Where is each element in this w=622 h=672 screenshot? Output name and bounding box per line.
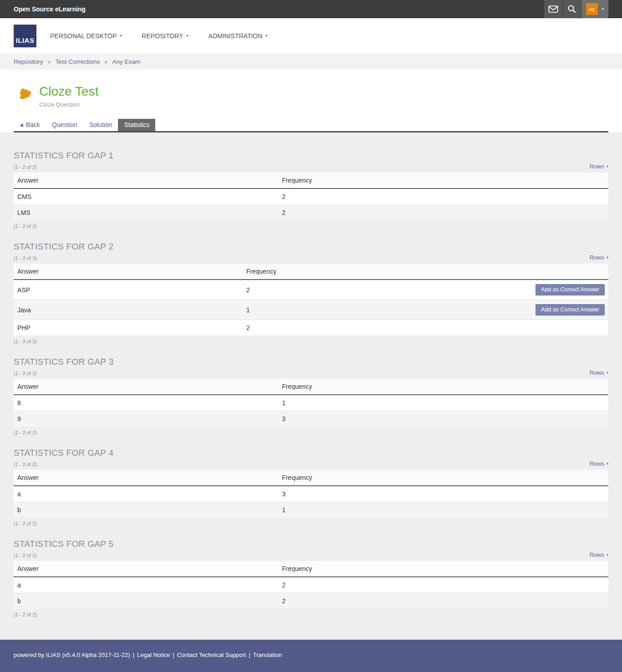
section-title: STATISTICS FOR GAP 2 [14, 242, 608, 252]
tab-question[interactable]: Question [46, 119, 83, 131]
frequency-column-header: Frequency [278, 379, 608, 395]
search-button[interactable] [562, 0, 581, 18]
answer-cell: LMS [14, 205, 278, 221]
breadcrumb-test-corrections[interactable]: Test Corrections [56, 58, 100, 65]
rows-dropdown[interactable]: Rows ▾ [589, 163, 608, 170]
chevron-down-icon: ▾ [120, 34, 122, 38]
main-content: STATISTICS FOR GAP 1 (1 - 2 of 2) Rows ▾… [0, 132, 622, 640]
table-row: 9 3 [14, 411, 608, 427]
answer-cell: 9 [14, 411, 278, 427]
cloze-question-icon [16, 85, 33, 102]
section-title: STATISTICS FOR GAP 4 [14, 448, 608, 458]
tab-statistics[interactable]: Statistics [118, 119, 155, 131]
user-menu[interactable]: ro ▾ [581, 0, 608, 18]
tab-bar: ◀ Back Question Solution Statistics [14, 119, 608, 132]
range-info: (1 - 3 of 3) [14, 339, 608, 344]
topbar-actions: ro ▾ [544, 0, 608, 18]
range-info: (1 - 2 of 2) [14, 612, 608, 617]
table-row: Java 1 Add as Correct Answer [14, 300, 608, 320]
answer-column-header: Answer [14, 561, 278, 577]
frequency-column-header: Frequency [278, 470, 608, 486]
chevron-down-icon: ▾ [607, 256, 608, 260]
frequency-column-header: Frequency [278, 561, 608, 577]
table-row: ASP 2 Add as Correct Answer [14, 280, 608, 300]
add-as-correct-answer-button[interactable]: Add as Correct Answer [535, 304, 605, 316]
rows-dropdown[interactable]: Rows ▾ [589, 460, 608, 467]
table-row: LMS 2 [14, 205, 608, 221]
range-info: (1 - 2 of 2) [14, 224, 608, 229]
range-info: (1 - 2 of 2) [14, 553, 37, 558]
powered-by-text: powered by ILIAS (v5.4.0 Alpha 2017-11-2… [14, 652, 130, 658]
frequency-column-header: Frequency [278, 173, 608, 188]
range-info: (1 - 2 of 2) [14, 521, 608, 526]
top-bar: Open Source eLearning ro ▾ [0, 0, 622, 18]
chevron-down-icon: ▾ [607, 462, 608, 466]
section-gap-4: STATISTICS FOR GAP 4 (1 - 2 of 2) Rows ▾… [14, 448, 608, 526]
frequency-cell: 3 [278, 411, 608, 427]
frequency-cell: 2 [278, 593, 608, 609]
answer-cell: ASP [14, 280, 243, 300]
answer-cell: b [14, 593, 278, 609]
frequency-cell: 2 [278, 205, 608, 221]
answer-cell: PHP [14, 320, 243, 336]
breadcrumb-bar: Repository » Test Corrections » Any Exam [0, 53, 622, 70]
rows-dropdown[interactable]: Rows ▾ [589, 369, 608, 376]
chevron-down-icon: ▾ [607, 371, 608, 375]
add-as-correct-answer-button[interactable]: Add as Correct Answer [535, 284, 605, 295]
frequency-cell: 1 [278, 502, 608, 518]
nav-repository[interactable]: REPOSITORY ▾ [142, 32, 188, 40]
nav-administration[interactable]: ADMINISTRATION ▾ [209, 32, 268, 40]
answer-cell: 8 [14, 395, 278, 411]
rows-dropdown[interactable]: Rows ▾ [589, 551, 608, 558]
chevron-down-icon: ▾ [602, 7, 604, 11]
answer-cell: a [14, 577, 278, 593]
breadcrumb: Repository » Test Corrections » Any Exam [14, 58, 140, 65]
page-footer: powered by ILIAS (v5.4.0 Alpha 2017-11-2… [0, 640, 622, 672]
contact-support-link[interactable]: Contact Technical Support [177, 652, 246, 658]
title-band: Cloze Test Cloze Question ◀ Back Questio… [0, 70, 622, 132]
section-title: STATISTICS FOR GAP 1 [14, 151, 608, 161]
rows-dropdown[interactable]: Rows ▾ [589, 254, 608, 261]
masthead: ILIAS PERSONAL DESKTOP ▾ REPOSITORY ▾ AD… [0, 18, 622, 53]
table-row: CMS 2 [14, 188, 608, 205]
frequency-cell: 2 [278, 577, 608, 593]
action-column-header [519, 264, 608, 280]
statistics-table-gap-3: Answer Frequency 8 1 9 3 [14, 379, 608, 427]
legal-notice-link[interactable]: Legal Notice [137, 652, 170, 658]
breadcrumb-separator: » [104, 58, 107, 65]
answer-cell: Java [14, 300, 243, 320]
answer-cell: b [14, 502, 278, 518]
table-row: b 1 [14, 502, 608, 518]
breadcrumb-separator: » [48, 58, 51, 65]
table-row: a 2 [14, 577, 608, 593]
main-navigation: PERSONAL DESKTOP ▾ REPOSITORY ▾ ADMINIST… [50, 32, 267, 40]
mail-icon [548, 5, 558, 13]
tab-solution[interactable]: Solution [83, 119, 118, 131]
statistics-table-gap-1: Answer Frequency CMS 2 LMS 2 [14, 173, 608, 220]
answer-column-header: Answer [14, 173, 278, 188]
section-title: STATISTICS FOR GAP 3 [14, 357, 608, 367]
breadcrumb-any-exam[interactable]: Any Exam [112, 58, 141, 65]
table-row: 8 1 [14, 395, 608, 411]
frequency-cell: 2 [243, 320, 519, 336]
chevron-down-icon: ▾ [607, 165, 608, 168]
section-title: STATISTICS FOR GAP 5 [14, 539, 608, 549]
footer-separator: | [173, 652, 174, 658]
range-info: (1 - 3 of 3) [14, 255, 37, 261]
frequency-cell: 3 [278, 486, 608, 502]
translation-link[interactable]: Translation [253, 652, 282, 658]
frequency-column-header: Frequency [243, 264, 519, 280]
avatar: ro [586, 3, 598, 15]
answer-column-header: Answer [14, 470, 278, 486]
answer-column-header: Answer [14, 264, 243, 280]
range-info: (1 - 2 of 2) [14, 371, 37, 376]
ilias-logo[interactable]: ILIAS [14, 25, 36, 47]
mail-button[interactable] [544, 0, 562, 18]
back-link[interactable]: ◀ Back [14, 119, 46, 131]
breadcrumb-repository[interactable]: Repository [14, 58, 43, 65]
answer-cell: a [14, 486, 278, 502]
chevron-down-icon: ▾ [265, 34, 267, 38]
nav-personal-desktop[interactable]: PERSONAL DESKTOP ▾ [50, 32, 122, 40]
section-gap-1: STATISTICS FOR GAP 1 (1 - 2 of 2) Rows ▾… [14, 151, 608, 229]
frequency-cell: 2 [243, 280, 519, 300]
